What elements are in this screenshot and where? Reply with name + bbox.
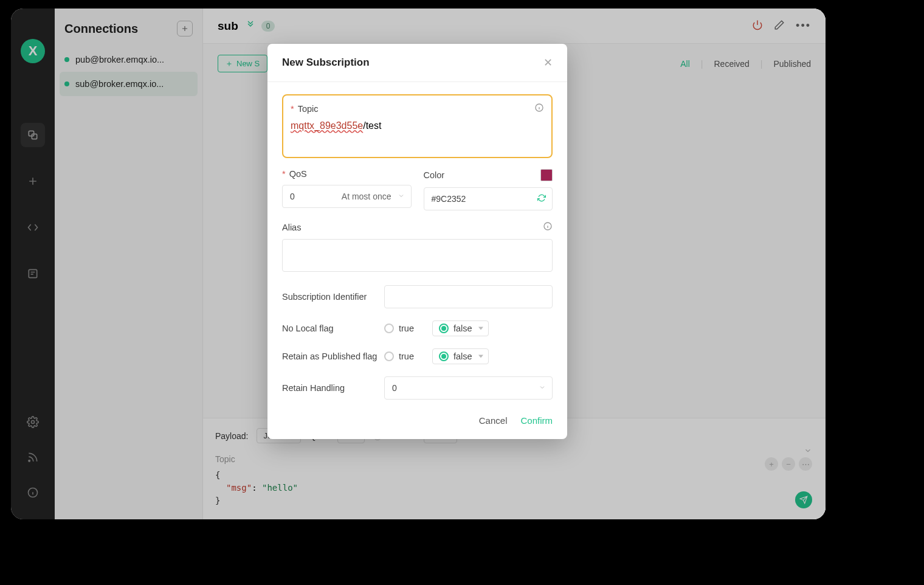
rail-scripts-icon[interactable]: [21, 215, 45, 240]
rail-feed-icon[interactable]: [21, 445, 45, 469]
sub-id-label: Subscription Identifier: [282, 292, 384, 302]
topic-label: Topic: [298, 104, 319, 114]
payload-label: Payload:: [215, 431, 248, 441]
retain-handling-select[interactable]: 0: [384, 376, 553, 400]
status-dot-icon: [64, 57, 69, 62]
connection-label: sub@broker.emqx.io...: [75, 79, 164, 89]
required-marker: *: [291, 104, 294, 114]
message-filters: All | Received | Published: [680, 59, 811, 69]
new-subscription-label: New S: [236, 59, 260, 68]
more-menu-button[interactable]: •••: [796, 19, 811, 32]
modal-title: New Subscription: [282, 57, 370, 69]
chevron-down-icon: [398, 192, 405, 201]
color-input[interactable]: #9C2352: [424, 187, 553, 210]
no-local-false[interactable]: false: [432, 320, 489, 336]
info-icon[interactable]: [543, 221, 553, 233]
color-swatch[interactable]: [540, 169, 553, 181]
qos-select[interactable]: 0 At most once: [282, 185, 412, 208]
filter-published[interactable]: Published: [774, 59, 812, 69]
disconnect-button[interactable]: [752, 19, 763, 33]
connection-item-sub[interactable]: sub@broker.emqx.io...: [60, 72, 198, 96]
qos-label: QoS: [289, 169, 307, 179]
rail-settings-icon[interactable]: [21, 410, 45, 434]
cancel-button[interactable]: Cancel: [479, 415, 508, 426]
chevron-down-icon: [539, 383, 546, 393]
connections-title: Connections: [64, 22, 138, 36]
sub-id-input[interactable]: [384, 285, 553, 308]
connection-label: pub@broker.emqx.io...: [75, 55, 164, 64]
alias-label: Alias: [282, 223, 301, 232]
payload-editor[interactable]: { "msg": "hello" }: [215, 469, 813, 507]
rail-new-icon[interactable]: [21, 169, 45, 193]
edit-button[interactable]: [774, 19, 785, 33]
confirm-button[interactable]: Confirm: [520, 415, 553, 426]
info-icon[interactable]: [534, 103, 544, 114]
topic-field-group: * Topic mqttx_89e3d55e/test: [282, 94, 553, 158]
filter-all[interactable]: All: [680, 59, 690, 69]
editor-btn-3[interactable]: ⋯: [799, 457, 812, 471]
svg-point-4: [29, 460, 30, 462]
message-count-badge: 0: [261, 21, 275, 32]
connections-panel: Connections pub@broker.emqx.io... sub@br…: [55, 9, 203, 519]
no-local-label: No Local flag: [282, 324, 384, 333]
send-button[interactable]: [795, 491, 812, 508]
refresh-icon[interactable]: [537, 194, 546, 204]
retain-pub-false[interactable]: false: [432, 348, 489, 364]
editor-btn-2[interactable]: −: [782, 457, 795, 471]
svg-point-3: [32, 421, 35, 424]
rail-logs-icon[interactable]: [21, 261, 45, 286]
add-connection-button[interactable]: [177, 21, 193, 36]
rail-connections-icon[interactable]: [21, 123, 45, 147]
close-icon[interactable]: ✕: [543, 56, 553, 69]
collapse-icon[interactable]: [246, 20, 255, 32]
new-subscription-button[interactable]: New S: [218, 55, 267, 72]
topic-input[interactable]: mqttx_89e3d55e/test: [291, 120, 544, 148]
editor-mini-buttons: + − ⋯: [765, 457, 812, 471]
alias-input[interactable]: [282, 239, 553, 272]
main-header: sub 0 •••: [203, 9, 826, 44]
color-label: Color: [424, 170, 445, 180]
status-dot-icon: [64, 81, 69, 86]
retain-pub-label: Retain as Published flag: [282, 351, 384, 361]
nav-rail: X: [11, 9, 55, 519]
collapse-payload-icon[interactable]: [804, 446, 812, 457]
no-local-true[interactable]: true: [384, 324, 414, 333]
filter-received[interactable]: Received: [714, 59, 749, 69]
topic-input-label[interactable]: Topic: [215, 454, 813, 464]
rail-info-icon[interactable]: [21, 480, 45, 505]
connection-title: sub: [218, 19, 238, 33]
retain-handling-label: Retain Handling: [282, 383, 384, 393]
retain-pub-true[interactable]: true: [384, 351, 414, 361]
new-subscription-modal: New Subscription ✕ * Topic mqttx_89e3d55…: [267, 44, 567, 439]
app-logo: X: [21, 39, 45, 63]
connection-item-pub[interactable]: pub@broker.emqx.io...: [55, 47, 202, 72]
editor-btn-1[interactable]: +: [765, 457, 778, 471]
